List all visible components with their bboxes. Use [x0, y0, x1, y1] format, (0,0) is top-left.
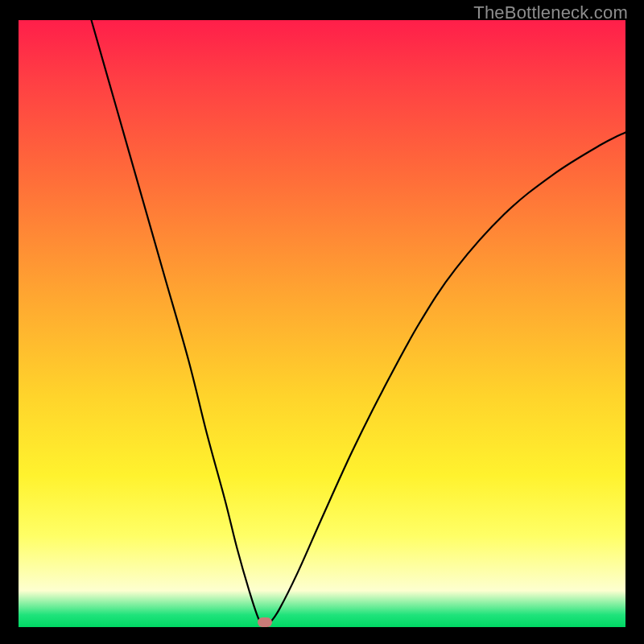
- optimum-marker: [258, 617, 272, 627]
- bottleneck-curve: [19, 20, 625, 627]
- chart-plot-area: [19, 20, 625, 627]
- chart-frame: TheBottleneck.com: [0, 0, 644, 644]
- watermark-text: TheBottleneck.com: [473, 2, 628, 23]
